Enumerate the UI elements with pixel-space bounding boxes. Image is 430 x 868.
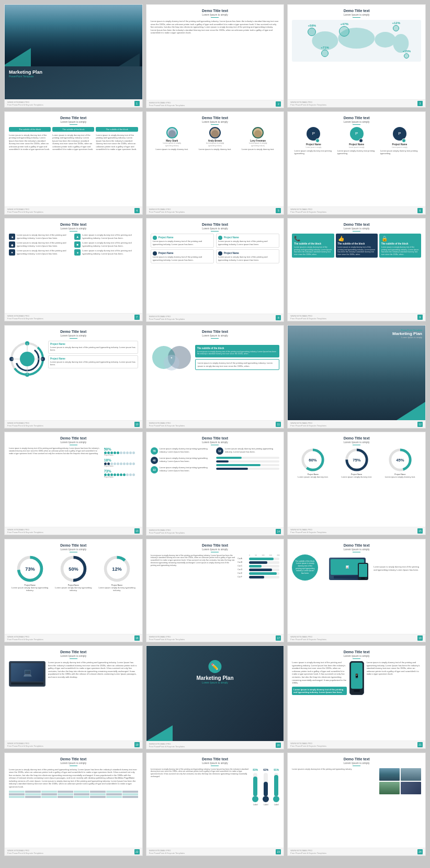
icon-box-3: ● [9, 249, 15, 256]
slide-13: Demo Title text Lorem Ipsum is simply Lo… [4, 432, 143, 535]
icon-list-right: ▲ Lorem ipsum is simply dummy text of th… [74, 234, 138, 256]
slide-1: Marketing Plan PowerPoint Template WWW.S… [4, 4, 143, 108]
project-dot-1 [153, 236, 157, 240]
num-list-left: 79 Lorem ipsum simply dummy text printin… [151, 447, 214, 473]
venn-card-1: The subtitle of the block Lorem ipsum is… [195, 345, 280, 357]
team-member-2: Andy Brown Lorem ipsum is simply typeset… [196, 127, 234, 151]
icon-box-1: ★ [9, 234, 15, 240]
grid-pattern [9, 791, 138, 798]
slide-20: ✏️ Marketing Plan Lorem Ipsum is simply … [146, 645, 285, 749]
project-block-4: Project Name Lorem ipsum is simply dummy… [216, 249, 279, 263]
slide-12: PowerPoint Template Marketing Plan Lorem… [287, 325, 426, 429]
icon-box-5: ■ [74, 241, 81, 248]
phone-text-right: Lorem ipsum is simply dummy text of the … [367, 661, 421, 695]
cover-subtitle: PowerPoint Template [9, 75, 138, 78]
slide-12-footer: WWW.SITE2MAX.PRO Free PowerPoint & Keyno… [288, 420, 425, 428]
svg-text:60%: 60% [309, 458, 318, 462]
laptop-image: 💻 [9, 661, 46, 687]
team-row-dark: P Project Name Lorem ipsum is simply Lor… [292, 127, 421, 155]
project-block-3: Project Name Lorem ipsum is simply dummy… [216, 234, 279, 248]
phone-mockup [358, 563, 368, 580]
slide-1-footer: WWW.SITE2MAX.PRO Free PowerPoint & Keyno… [5, 99, 142, 107]
icon-box-6: ✦ [74, 249, 81, 256]
num-row-2: 40 Lorem ipsum simply dummy text printin… [151, 457, 214, 464]
laptop-body: 💻 [9, 661, 46, 687]
card-icon-3: 🔒 [381, 236, 419, 241]
slide-17-footer: WWW.SITE2MAX.PRO Free PowerPoint & Keyno… [146, 634, 284, 642]
icon-item-4: ▲ Lorem ipsum is simply dummy text of th… [74, 234, 138, 240]
svg-text:12%: 12% [112, 566, 121, 572]
project-dot-4 [218, 251, 222, 256]
slide-15: Demo Title text Lorem Ipsum is simply 60… [287, 432, 426, 535]
avatar-2 [209, 127, 221, 138]
slide-24-footer: WWW.SITE2MAX.PRO Free PowerPoint & Keyno… [288, 848, 425, 855]
venn-card-2: Lorem ipsum is simply dummy text of the … [195, 359, 280, 370]
team-member-1: Mary Stark Lorem ipsum is simply typeset… [153, 127, 191, 151]
circle-project-2: Project Name Lorem ipsum is simply dummy… [48, 355, 138, 368]
slide-3-footer: WWW.SITE2MAX.PRO Free PowerPoint & Keyno… [288, 99, 425, 107]
project-block-1: Project Name Lorem ipsum is simply dummy… [151, 234, 214, 248]
card-3: 🔒 The subtitle of the block Lorem ipsum … [379, 234, 421, 258]
tab-2[interactable]: The subtitle of the block [52, 127, 94, 132]
stat-item-3: 73% Project Name [104, 469, 138, 478]
thermometers: 83% Label 62% Label [252, 768, 279, 806]
icon-list-left: ★ Lorem ipsum is simply dummy text of th… [9, 234, 72, 256]
slide-6-footer: WWW.SITE2MAX.PRO Free PowerPoint & Keyno… [288, 206, 425, 214]
num-list-right: 12 Lorem ipsum simply dummy text printin… [216, 447, 279, 473]
photo-text: Lorem ipsum is simply dummy text of the … [292, 768, 377, 794]
team-member-3: Lory Freeman Lorem ipsum is simply types… [239, 127, 277, 151]
circle-diagram [9, 341, 46, 377]
project-dot-3 [218, 236, 222, 240]
slide-20-footer: WWW.SITE2MAX.PRO Free PowerPoint & Keyno… [146, 741, 284, 749]
tab-row: The subtitle of the block The subtitle o… [9, 127, 138, 132]
slide-16: Demo Title text Lorem Ipsum is simply 73… [4, 539, 143, 642]
slide-23: Demo Title text Lorem Ipsum is simply Lo… [146, 753, 285, 857]
prog-1 [216, 457, 279, 459]
slide-21-footer: WWW.SITE2MAX.PRO Free PowerPoint & Keyno… [288, 740, 425, 748]
card-1: 📞 The subtitle of the block Lorem ipsum … [292, 234, 334, 258]
big-donut-1: 73% Project Name Lorem ipsum simply dumm… [9, 554, 51, 592]
bar-2: Cat B [237, 561, 279, 564]
svg-text:★: ★ [171, 356, 173, 359]
team-row: Mary Stark Lorem ipsum is simply typeset… [151, 127, 280, 151]
stat-item-2: 18% Project Name [104, 458, 138, 467]
cover3-icon: ✏️ Marketing Plan Lorem Ipsum is simply [196, 660, 233, 684]
svg-text:75%: 75% [353, 458, 361, 462]
bar-1: Cat A [237, 558, 279, 560]
slide-19: Demo Title text Lorem Ipsum is simply 💻 … [4, 645, 143, 749]
tab-1[interactable]: The subtitle of the block [9, 127, 51, 132]
num-row-1: 79 Lorem ipsum simply dummy text printin… [151, 447, 214, 455]
icon-box-2: ◆ [9, 241, 15, 248]
stats-text: Lorem ipsum is simply dummy text of the … [9, 447, 101, 478]
slide-10-footer: WWW.SITE2MAX.PRO Free PowerPoint & Keyno… [5, 420, 142, 428]
slide-23-footer: WWW.SITE2MAX.PRO Free PowerPoint & Keyno… [146, 848, 284, 855]
thermo-2: 62% Label [263, 768, 269, 806]
slide-2: Demo Title text Lorem Ipsum is simply Lo… [146, 4, 285, 108]
card-2: 👍 The subtitle of the block Lorem ipsum … [336, 234, 378, 258]
card-icon-1: 📞 [294, 236, 332, 241]
slide-18-footer: WWW.SITE2MAX.PRO Free PowerPoint & Keyno… [288, 634, 425, 642]
slide-14-footer: WWW.SITE2MAX.PRO Free PowerPoint & Keyno… [146, 527, 284, 535]
cover2-label: PowerPoint Template Marketing Plan Lorem… [392, 329, 422, 339]
progress-bars [216, 457, 279, 470]
slide-18: Demo Title text Lorem Ipsum is simply Th… [287, 539, 426, 642]
bar-6: Cat F [237, 576, 279, 578]
slide-8: Demo Title text Lorem Ipsum is simply Pr… [146, 218, 285, 322]
team-dark-3: P Project Name Lorem ipsum is simply Lor… [380, 127, 419, 155]
project-text-area: Project Name Lorem ipsum is simply dummy… [48, 341, 138, 377]
phone-text-left: Lorem ipsum is simply dummy text of the … [292, 661, 346, 695]
slide-21: Demo Title text Lorem Ipsum is simply Lo… [287, 645, 426, 749]
slide-16-footer: WWW.SITE2MAX.PRO Free PowerPoint & Keyno… [5, 634, 142, 642]
circle-project-1: Project Name Lorem ipsum is simply dummy… [48, 341, 138, 354]
slide-4-footer: WWW.SITE2MAX.PRO Free PowerPoint & Keyno… [5, 206, 142, 214]
tab-3[interactable]: The subtitle of the block [96, 127, 138, 132]
slide-9-footer: WWW.SITE2MAX.PRO Free PowerPoint & Keyno… [288, 313, 425, 321]
slide-6: Demo Title text Lorem Ipsum is simply P … [287, 111, 426, 215]
bar-3: Cat C [237, 565, 279, 568]
slide-14: Demo Title text Lorem Ipsum is simply 79… [146, 432, 285, 536]
num-row-4: 12 Lorem ipsum simply dummy text printin… [216, 447, 279, 455]
bar-chart-area: 050100150200 Cat A Cat B Cat C [237, 554, 279, 580]
team-dark-1: P Project Name Lorem ipsum is simply Lor… [294, 127, 333, 155]
device-mockup-area: 📊 [323, 558, 371, 580]
venn-text: The subtitle of the block Lorem ipsum is… [195, 345, 280, 370]
